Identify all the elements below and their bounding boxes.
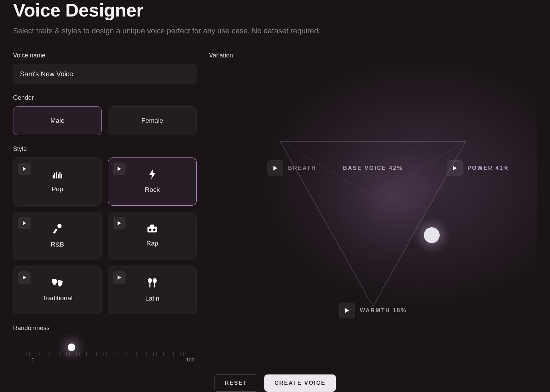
variation-warmth-text: WARMTH 18% [360, 307, 407, 314]
masks-icon [52, 279, 63, 287]
play-preview-traditional[interactable] [18, 271, 31, 284]
variation-label: Variation [209, 52, 537, 59]
play-preview-latin[interactable] [113, 271, 125, 284]
svg-point-10 [149, 229, 152, 231]
randomness-max: 100 [186, 357, 195, 362]
create-voice-button[interactable]: CREATE VOICE [264, 374, 336, 392]
mic-icon [53, 224, 62, 234]
gender-option-male[interactable]: Male [13, 106, 102, 135]
variation-power-text: POWER 41% [468, 165, 509, 171]
reset-button[interactable]: RESET [214, 374, 258, 392]
style-label-traditional: Traditional [42, 294, 73, 302]
style-card-latin[interactable]: Latin [108, 266, 197, 314]
svg-point-11 [153, 229, 156, 231]
maracas-icon [147, 278, 158, 288]
svg-rect-7 [53, 228, 58, 234]
randomness-min: 0 [32, 357, 34, 362]
play-icon [22, 166, 26, 171]
equalizer-icon [53, 170, 62, 178]
style-label-rock: Rock [145, 186, 160, 194]
variation-warmth: WARMTH 18% [339, 303, 407, 318]
svg-rect-0 [53, 175, 54, 178]
gender-label: Gender [13, 94, 197, 101]
randomness-thumb[interactable] [68, 344, 75, 351]
boombox-icon [147, 225, 157, 233]
svg-point-6 [57, 224, 62, 228]
randomness-slider[interactable]: 0 100 [13, 337, 197, 361]
svg-point-14 [153, 278, 157, 283]
style-label-latin: Latin [145, 295, 159, 302]
play-warmth[interactable] [339, 303, 355, 318]
play-icon [22, 275, 26, 280]
svg-rect-13 [150, 283, 151, 287]
style-label: Style [13, 145, 197, 153]
page-subtitle: Select traits & styles to design a uniqu… [13, 26, 537, 35]
style-card-pop[interactable]: Pop [13, 157, 102, 206]
svg-rect-3 [58, 174, 59, 178]
style-label-rnb: R&B [51, 241, 64, 248]
play-icon [117, 221, 121, 226]
page-title: Voice Designer [13, 0, 537, 20]
play-preview-rap[interactable] [113, 217, 125, 229]
svg-point-12 [148, 278, 152, 283]
variation-panel: BREATH BASE VOICE 42% POWER 41% [209, 64, 537, 360]
svg-rect-5 [61, 174, 62, 178]
svg-rect-15 [154, 283, 155, 287]
style-card-rnb[interactable]: R&B [13, 212, 102, 260]
svg-rect-2 [56, 172, 57, 178]
style-label-rap: Rap [146, 240, 158, 247]
play-preview-pop[interactable] [18, 163, 31, 175]
svg-rect-8 [147, 227, 157, 232]
play-preview-rock[interactable] [113, 163, 125, 175]
play-icon [345, 308, 350, 313]
svg-rect-1 [54, 173, 55, 178]
voice-name-input[interactable] [13, 64, 197, 84]
gender-option-female[interactable]: Female [108, 106, 197, 135]
play-icon [22, 221, 26, 226]
svg-rect-4 [59, 172, 60, 178]
style-label-pop: Pop [52, 185, 63, 193]
style-card-rock[interactable]: Rock [108, 157, 197, 206]
style-card-traditional[interactable]: Traditional [13, 266, 102, 314]
randomness-label: Randomness [13, 325, 197, 332]
variation-triangle[interactable] [273, 134, 473, 313]
bolt-icon [148, 170, 156, 179]
svg-rect-9 [150, 225, 154, 227]
play-preview-rnb[interactable] [18, 217, 31, 229]
play-icon [117, 275, 121, 280]
play-icon [117, 166, 121, 171]
style-card-rap[interactable]: Rap [108, 212, 197, 260]
voice-name-label: Voice name [13, 52, 197, 59]
